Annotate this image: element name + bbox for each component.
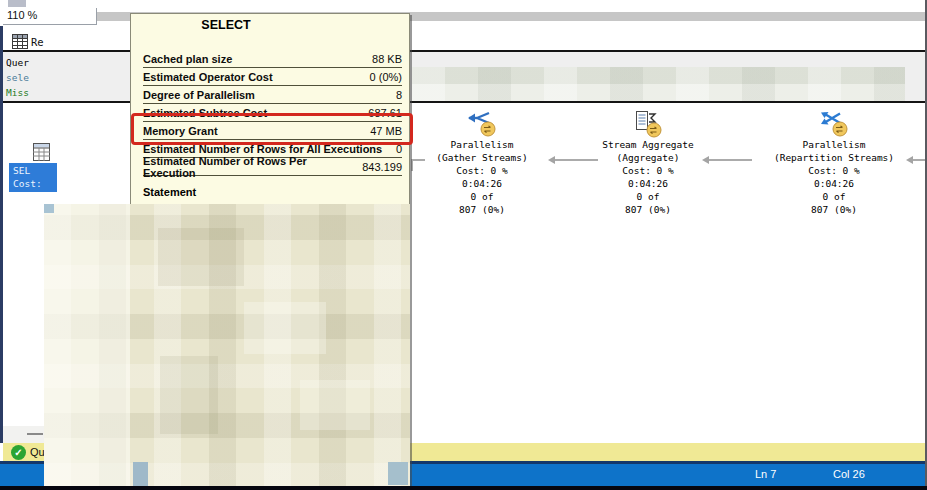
operator-rows-total: 807 (0%)	[739, 203, 927, 216]
tooltip-row: Estimated Number of Rows Per Execution 8…	[143, 158, 402, 176]
tooltip-row: Degree of Parallelism 8	[143, 86, 402, 104]
redacted-mosaic-light-edge	[44, 204, 130, 487]
zoom-level-value: 110 %	[7, 9, 37, 21]
operator-cost: Cost: 0 %	[387, 164, 577, 177]
mosaic-tile	[133, 462, 148, 486]
select-operator-name: SEL	[13, 164, 57, 177]
operator-subtype: (Gather Streams)	[387, 151, 577, 164]
operator-parallelism-repartition-streams[interactable]: Parallelism (Repartition Streams) Cost: …	[739, 110, 927, 216]
mosaic-tile	[244, 302, 326, 354]
gather-streams-icon	[387, 110, 577, 138]
operator-subtype: (Aggregate)	[553, 151, 743, 164]
tooltip-row-label: Estimated Operator Cost	[143, 71, 273, 83]
repartition-streams-icon	[739, 110, 927, 138]
plan-header-select-line: sele	[6, 71, 29, 84]
tooltip-row-value: 8	[396, 89, 402, 101]
memory-grant-highlight-box	[131, 113, 413, 145]
operator-parallelism-gather-streams[interactable]: Parallelism (Gather Streams) Cost: 0 % 0…	[387, 110, 577, 216]
tooltip-row-value: 843.199	[362, 161, 402, 173]
success-check-icon: ✓	[11, 445, 26, 460]
operator-name: Parallelism	[387, 138, 577, 151]
select-operator-selected-label[interactable]: SEL Cost:	[9, 163, 57, 192]
tab-results-label[interactable]: Re	[31, 36, 44, 48]
mosaic-tile	[388, 462, 408, 485]
tooltip-row-value: 88 KB	[372, 53, 402, 65]
operator-rows-of: 0 of	[553, 190, 743, 203]
query-status-message: Qu	[30, 446, 45, 458]
plan-header-query-line: Quer	[6, 56, 29, 69]
ssms-execution-plan-screen: { "editor": { "zoom_level": "110 %" }, "…	[0, 0, 927, 490]
tooltip-row-label: Estimated Number of Rows Per Execution	[143, 155, 362, 179]
mosaic-tile	[300, 380, 370, 430]
select-operator-cost: Cost:	[13, 177, 57, 190]
redacted-query-text-mosaic	[412, 67, 905, 101]
window-bottom-edge	[0, 486, 927, 490]
tooltip-row-value: 0 (0%)	[370, 71, 402, 83]
editor-zoom-selector[interactable]: 110 %	[3, 8, 97, 25]
mosaic-tile	[160, 356, 218, 434]
operator-name: Parallelism	[739, 138, 927, 151]
plan-header-missing-index-line: Miss	[6, 86, 29, 99]
operator-rows-of: 0 of	[387, 190, 577, 203]
operator-time: 0:04:26	[739, 177, 927, 190]
operator-time: 0:04:26	[553, 177, 743, 190]
operator-time: 0:04:26	[387, 177, 577, 190]
tooltip-statement-label: Statement	[143, 186, 196, 198]
tooltip-title: SELECT	[130, 18, 322, 32]
operator-cost: Cost: 0 %	[739, 164, 927, 177]
operator-rows-total: 807 (0%)	[553, 203, 743, 216]
mosaic-tile	[158, 228, 244, 286]
editor-scrollbar-nub[interactable]	[8, 0, 26, 7]
line-indicator[interactable]: Ln 7	[755, 468, 776, 480]
operator-stream-aggregate[interactable]: Stream Aggregate (Aggregate) Cost: 0 % 0…	[553, 110, 743, 216]
operator-subtype: (Repartition Streams)	[739, 151, 927, 164]
plan-scrollbar-thumb[interactable]	[27, 433, 43, 435]
mosaic-tile	[44, 204, 54, 213]
tooltip-row: Estimated Operator Cost 0 (0%)	[143, 68, 402, 86]
tooltip-row-label: Degree of Parallelism	[143, 89, 255, 101]
column-indicator[interactable]: Col 26	[833, 468, 865, 480]
tooltip-row-label: Cached plan size	[143, 53, 232, 65]
select-result-icon[interactable]	[33, 143, 50, 165]
tooltip-row: Cached plan size 88 KB	[143, 50, 402, 68]
operator-name: Stream Aggregate	[553, 138, 743, 151]
operator-rows-total: 807 (0%)	[387, 203, 577, 216]
operator-cost: Cost: 0 %	[553, 164, 743, 177]
stream-aggregate-icon	[553, 110, 743, 138]
operator-rows-of: 0 of	[739, 190, 927, 203]
